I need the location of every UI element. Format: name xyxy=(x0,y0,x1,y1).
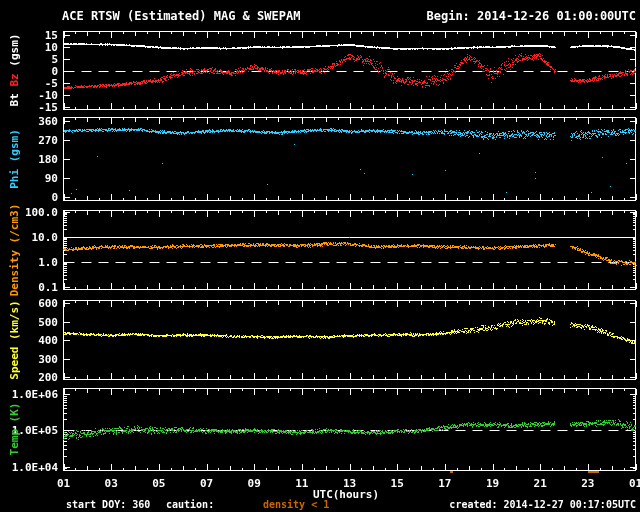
y-tick-label-phi: 0 xyxy=(0,192,58,203)
x-tick-label: 23 xyxy=(581,478,594,489)
x-tick-label: 17 xyxy=(438,478,451,489)
x-tick-label: 19 xyxy=(486,478,499,489)
x-tick-label: 01 xyxy=(629,478,640,489)
x-tick-label: 05 xyxy=(152,478,165,489)
footer-start-doy: start DOY: 360 xyxy=(66,500,150,510)
footer-created-timestamp: created: 2014-12-27 00:17:05UTC xyxy=(449,500,636,510)
x-tick-label: 11 xyxy=(295,478,308,489)
axis-title-temp: Temp (K) xyxy=(9,403,20,456)
x-tick-label: 13 xyxy=(343,478,356,489)
axis-title-part: Bz xyxy=(8,73,21,86)
axis-title-part: Speed (km/s) xyxy=(8,300,21,379)
axis-title-part: Density (/cm3) xyxy=(8,203,21,296)
axis-title-part: Temp (K) xyxy=(8,403,21,456)
plot-title: ACE RTSW (Estimated) MAG & SWEPAM xyxy=(62,10,300,22)
footer-caution-label: caution: xyxy=(166,500,214,510)
x-tick-label: 09 xyxy=(248,478,261,489)
x-tick-label: 15 xyxy=(391,478,404,489)
x-tick-label: 21 xyxy=(534,478,547,489)
axis-title-part: (gsm) xyxy=(8,34,21,74)
axis-title-mag: Bt Bz (gsm) xyxy=(9,34,20,107)
y-tick-label-temp: 1.0E+04 xyxy=(0,462,58,473)
axis-title-density: Density (/cm3) xyxy=(9,203,20,296)
x-tick-label: 01 xyxy=(57,478,70,489)
y-tick-label-phi: 360 xyxy=(0,116,58,127)
axis-title-speed: Speed (km/s) xyxy=(9,300,20,379)
ace-rtsw-plot: ACE RTSW (Estimated) MAG & SWEPAM Begin:… xyxy=(0,0,640,512)
begin-timestamp: Begin: 2014-12-26 01:00:00UTC xyxy=(426,10,636,22)
x-tick-label: 03 xyxy=(105,478,118,489)
ace-plot-canvas xyxy=(0,0,640,512)
x-tick-label: 07 xyxy=(200,478,213,489)
y-tick-label-temp: 1.0E+06 xyxy=(0,389,58,400)
axis-title-part: Bt xyxy=(8,87,21,107)
axis-title-phi: Phi (gsm) xyxy=(9,129,20,189)
footer-density-warning: density < 1 xyxy=(263,500,329,510)
axis-title-part: Phi (gsm) xyxy=(8,129,21,189)
